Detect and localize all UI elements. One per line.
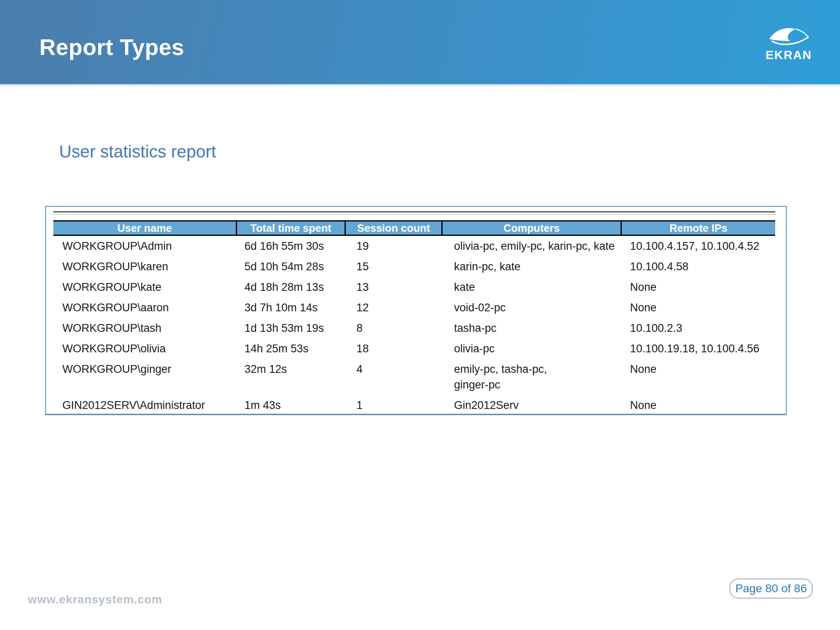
table-top-rule xyxy=(53,211,775,215)
cell-remote-ips: 10.100.4.58 xyxy=(622,256,775,277)
slide-title: Report Types xyxy=(39,36,184,59)
cell-remote-ips: None xyxy=(622,395,775,415)
column-header-remote-ips: Remote IPs xyxy=(622,221,775,235)
cell-computers: Gin2012Serv xyxy=(443,395,622,415)
ekran-logo: EKRAN xyxy=(764,25,814,61)
table-header-row: User nameTotal time spentSession countCo… xyxy=(53,220,775,236)
footer-website: www.ekransystem.com xyxy=(28,593,162,606)
cell-session-count: 15 xyxy=(346,256,443,277)
cell-user-name: WORKGROUP\ginger xyxy=(53,359,237,395)
cell-computers: karin-pc, kate xyxy=(443,256,622,277)
cell-remote-ips: 10.100.2.3 xyxy=(622,318,775,338)
cell-computers: emily-pc, tasha-pc, ginger-pc xyxy=(443,359,622,395)
cell-total-time-spent: 4d 18h 28m 13s xyxy=(237,277,346,297)
cell-computers: void-02-pc xyxy=(443,297,622,318)
cell-computers: olivia-pc xyxy=(443,338,622,359)
cell-remote-ips: None xyxy=(622,359,775,395)
table-row: WORKGROUP\Admin6d 16h 55m 30s19olivia-pc… xyxy=(53,236,775,256)
cell-session-count: 1 xyxy=(346,395,443,415)
cell-remote-ips: 10.100.4.157, 10.100.4.52 xyxy=(622,236,775,256)
cell-session-count: 12 xyxy=(346,297,443,318)
cell-user-name: GIN2012SERV\Administrator xyxy=(53,395,237,415)
cell-remote-ips: 10.100.19.18, 10.100.4.56 xyxy=(622,338,775,359)
cell-computers: kate xyxy=(443,277,622,297)
column-header-session-count: Session count xyxy=(346,221,443,235)
page-badge: Page 80 of 86 xyxy=(729,578,813,599)
cell-user-name: WORKGROUP\aaron xyxy=(53,297,237,318)
column-header-computers: Computers xyxy=(443,221,622,235)
report-subtitle: User statistics report xyxy=(59,142,216,162)
report-table-container: User nameTotal time spentSession countCo… xyxy=(45,206,787,415)
cell-computers: tasha-pc xyxy=(443,318,622,338)
table-row: WORKGROUP\ginger32m 12s4emily-pc, tasha-… xyxy=(53,359,775,395)
cell-user-name: WORKGROUP\karen xyxy=(53,256,237,277)
cell-total-time-spent: 6d 16h 55m 30s xyxy=(237,236,346,256)
cell-remote-ips: None xyxy=(622,297,775,318)
cell-total-time-spent: 5d 10h 54m 28s xyxy=(237,256,346,277)
slide: Report Types EKRAN User statistics repor… xyxy=(0,0,840,630)
table-row: GIN2012SERV\Administrator1m 43s1Gin2012S… xyxy=(53,395,775,415)
cell-total-time-spent: 1d 13h 53m 19s xyxy=(237,318,346,338)
cell-computers: olivia-pc, emily-pc, karin-pc, kate xyxy=(443,236,622,256)
cell-remote-ips: None xyxy=(622,277,775,297)
column-header-total-time-spent: Total time spent xyxy=(237,221,346,235)
cell-total-time-spent: 1m 43s xyxy=(237,395,346,415)
table-body: WORKGROUP\Admin6d 16h 55m 30s19olivia-pc… xyxy=(46,236,786,417)
column-header-user-name: User name xyxy=(53,221,237,235)
table-row: WORKGROUP\kate4d 18h 28m 13s13kateNone xyxy=(53,277,775,297)
cell-session-count: 4 xyxy=(346,359,443,395)
table-row: WORKGROUP\tash1d 13h 53m 19s8tasha-pc10.… xyxy=(53,318,775,338)
cell-total-time-spent: 32m 12s xyxy=(237,359,346,395)
slide-header: Report Types EKRAN xyxy=(0,0,840,85)
table-row: WORKGROUP\karen5d 10h 54m 28s15karin-pc,… xyxy=(53,256,775,277)
cell-session-count: 19 xyxy=(346,236,443,256)
cell-session-count: 18 xyxy=(346,338,443,359)
cell-total-time-spent: 14h 25m 53s xyxy=(237,338,346,359)
cell-user-name: WORKGROUP\kate xyxy=(53,277,237,297)
cell-total-time-spent: 3d 7h 10m 14s xyxy=(237,297,346,318)
cell-session-count: 8 xyxy=(346,318,443,338)
cell-session-count: 13 xyxy=(346,277,443,297)
ekran-logo-text: EKRAN xyxy=(764,49,814,61)
ekran-eye-icon xyxy=(766,25,812,48)
cell-user-name: WORKGROUP\olivia xyxy=(53,338,237,359)
table-row: WORKGROUP\aaron3d 7h 10m 14s12void-02-pc… xyxy=(53,297,775,318)
cell-user-name: WORKGROUP\Admin xyxy=(53,236,237,256)
cell-user-name: WORKGROUP\tash xyxy=(53,318,237,338)
table-row: WORKGROUP\olivia14h 25m 53s18olivia-pc10… xyxy=(53,338,775,359)
